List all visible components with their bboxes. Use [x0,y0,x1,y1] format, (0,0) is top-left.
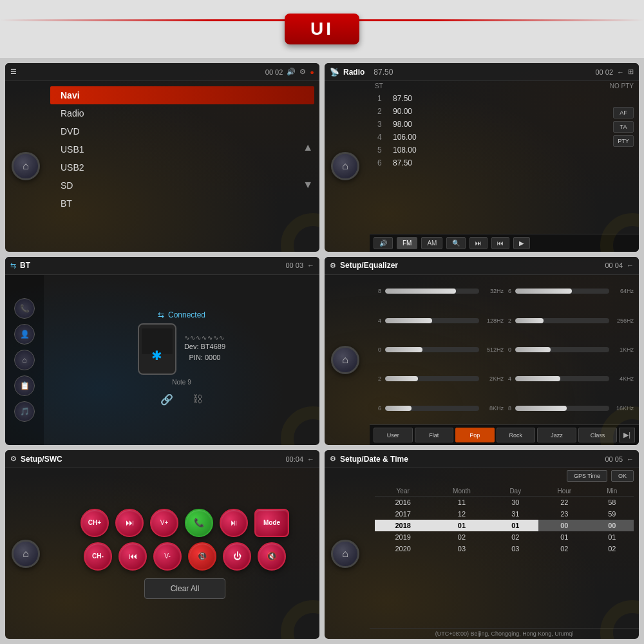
radio-play-btn[interactable]: ▶ [513,237,530,249]
volume-icon: 🔊 [287,68,296,76]
eq-preset-flat[interactable]: Flat [415,428,454,442]
dt-row-2019[interactable]: 2019 02 02 01 01 [375,531,634,543]
bt-call-btn[interactable]: 📞 [14,298,35,319]
bt-left-controls: 📞 👤 ⌂ 📋 🎵 [5,275,44,446]
dt-row-2017[interactable]: 2017 12 31 23 59 [375,508,634,520]
dt-row-2020[interactable]: 2020 03 03 02 02 [375,543,634,554]
eq-preset-jazz[interactable]: Jazz [537,428,576,442]
panel-equalizer: ⚙ Setup/Equalizer 00 04 ← ⌂ 8 32Hz 6 [325,257,639,446]
eq-preset-user[interactable]: User [374,428,413,442]
dt-year-2020: 2020 [375,543,431,554]
panel5-header: ⚙ Setup/SWC 00:04 ← [5,450,319,468]
panel4-knob[interactable]: ⌂ [331,346,359,374]
panel2-back[interactable]: ← [617,68,624,76]
swc-call-btn[interactable]: 📞 [185,509,213,537]
panel3-back[interactable]: ← [307,261,314,269]
panel6-time: 00 05 [605,455,623,463]
panel6-knob[interactable]: ⌂ [331,540,359,568]
radio-stations-list: 187.50 290.00 398.00 4106.00 5108.00 687… [370,91,639,234]
radio-station-5[interactable]: 5108.00 [370,144,639,156]
radio-fm-btn[interactable]: FM [397,237,417,249]
scroll-up-arrow[interactable]: ▲ [303,142,313,153]
swc-power-btn[interactable]: ⏻ [223,542,251,571]
bt-unlink-icon[interactable]: ⛓ [193,393,203,406]
radio-prev-btn[interactable]: ⏮ [491,237,509,249]
clear-all-button[interactable]: Clear All [144,578,226,599]
bt-music-btn[interactable]: 🎵 [14,401,35,422]
radio-vol-btn[interactable]: 🔊 [374,237,393,249]
eq-row-4khz: 4 4KHz [505,365,634,393]
swc-mode-btn[interactable]: Mode [254,509,289,537]
swc-end-call-btn[interactable]: 📵 [188,542,216,571]
eq-row-1khz: 0 1KHz [505,336,634,363]
swc-ch-plus-btn[interactable]: CH+ [80,509,109,537]
radio-station-1[interactable]: 187.50 [370,92,639,105]
panel1-knob[interactable]: ⌂ [12,152,40,180]
bt-link-icon1[interactable]: 🔗 [160,393,173,406]
dt-row-2016[interactable]: 2016 11 30 22 58 [375,497,634,509]
dt-gps-time-btn[interactable]: GPS Time [567,470,607,482]
menu-item-navi[interactable]: Navi [50,86,314,104]
dt-col-month: Month [431,486,492,497]
eq-preset-pop[interactable]: Pop [455,428,495,442]
menu-item-usb2[interactable]: USB2 [50,158,319,176]
panel6-back[interactable]: ← [627,455,634,463]
scroll-down-arrow[interactable]: ▼ [303,179,313,191]
radio-af-btn[interactable]: AF [613,107,634,118]
swc-next-track-btn[interactable]: ⏭ [115,509,144,537]
panel-datetime: ⚙ Setup/Date & Time 00 05 ← ⌂ GPS Time O… [325,450,639,639]
menu-item-bt[interactable]: BT [50,194,319,213]
radio-nopty: NO PTY [610,82,634,90]
swc-ch-minus-btn[interactable]: CH- [84,542,112,571]
eq-row-32hz: 8 32Hz [375,278,504,305]
dt-row-2018-current[interactable]: 2018 01 01 00 00 [375,520,634,531]
panel6-header: ⚙ Setup/Date & Time 00 05 ← [325,450,639,468]
radio-ta-btn[interactable]: TA [613,121,634,133]
bt-dev-label: Dev: BT4689 [184,341,225,353]
radio-station-2[interactable]: 290.00 [370,105,639,118]
dt-day-31: 31 [493,508,538,520]
bt-connected-text: Connected [168,310,205,319]
bt-connected-status: ⇆ Connected [158,310,205,319]
bt-home-btn[interactable]: ⌂ [14,350,35,370]
radio-station-6[interactable]: 687.50 [370,156,639,169]
panel5-knob[interactable]: ⌂ [12,540,40,568]
panel4-back[interactable]: ← [627,261,634,269]
swc-play-pause-btn[interactable]: ⏯ [220,509,248,537]
eq-preset-class[interactable]: Class [578,428,618,442]
panel5-back[interactable]: ← [307,455,314,463]
dt-col-day: Day [493,486,538,497]
swc-vol-minus-btn[interactable]: V- [153,542,182,571]
eq-next-btn[interactable]: ▶| [619,428,635,442]
dt-ok-btn[interactable]: OK [611,470,634,482]
radio-search-btn[interactable]: 🔍 [446,237,466,249]
radio-am-btn[interactable]: AM [421,237,442,249]
swc-mute-btn[interactable]: 🔇 [258,542,286,571]
panel2-knob[interactable]: ⌂ [331,152,359,180]
swc-prev-track-btn[interactable]: ⏮ [118,542,147,571]
ui-title-badge: UI [285,14,359,44]
dt-month-03: 03 [431,543,492,554]
bt-history-btn[interactable]: 📋 [14,375,35,396]
menu-item-dvd[interactable]: DVD [50,122,319,140]
panel2-time: 00 02 [595,68,613,76]
radio-pty-btn[interactable]: PTY [613,135,634,147]
dt-hour-00: 00 [538,520,591,531]
dt-hour-02: 02 [538,543,591,554]
settings-icon: ⚙ [299,68,306,76]
eq-preset-rock[interactable]: Rock [497,428,536,442]
panel6-header-icons: 00 05 ← [605,455,634,463]
menu-item-sd[interactable]: SD [50,176,319,194]
eq-row-64hz: 6 64Hz [505,278,634,305]
bt-contact-btn[interactable]: 👤 [14,324,35,345]
bt-device-info: Dev: BT4689 PIN: 0000 [184,341,225,364]
navi-menu-list: Navi Radio DVD USB1 USB2 SD BT [50,81,319,218]
dt-gear-icon: ⚙ [330,455,336,463]
top-banner: NaviElis® UI [0,0,644,58]
menu-item-radio[interactable]: Radio [50,104,319,122]
radio-station-3[interactable]: 398.00 [370,118,639,131]
radio-station-4[interactable]: 4106.00 [370,131,639,144]
radio-next-btn[interactable]: ⏭ [469,237,488,249]
swc-vol-plus-btn[interactable]: V+ [150,509,178,537]
menu-item-usb1[interactable]: USB1 [50,140,319,158]
